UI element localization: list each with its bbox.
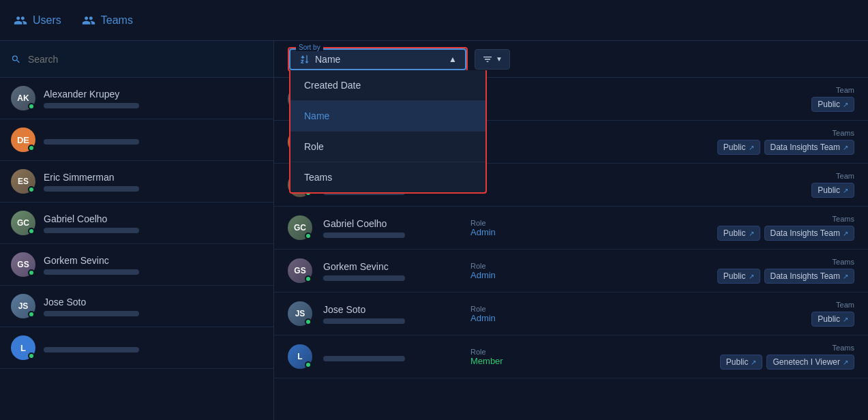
team-badge[interactable]: Public↗	[720, 355, 763, 370]
team-badge-name: Genetech I Viewer	[773, 357, 840, 367]
external-link-icon: ↗	[749, 230, 754, 237]
team-badge[interactable]: Data Insights Team↗	[764, 269, 855, 284]
online-indicator	[28, 145, 35, 151]
teams-label: Teams	[833, 344, 854, 352]
team-badge-name: Public	[723, 271, 746, 281]
teams-badges: Public↗	[811, 183, 854, 198]
avatar: L	[11, 335, 35, 360]
online-indicator	[28, 103, 35, 110]
teams-icon	[82, 14, 95, 27]
teams-section: TeamsPublic↗Data Insights Team↗	[563, 258, 854, 284]
user-info: Gabriel Coelho	[323, 218, 460, 238]
sort-by-label: Sort by	[296, 44, 323, 51]
team-badge-name: Data Insights Team	[770, 271, 841, 281]
sort-dropdown-menu: Created DateNameRoleTeams	[289, 70, 487, 194]
team-badge[interactable]: Public↗	[811, 183, 854, 198]
user-info: Jose Soto	[323, 304, 460, 324]
user-name: Gabriel Coelho	[44, 213, 263, 224]
teams-section: TeamsPublic↗Genetech I Viewer↗	[563, 344, 854, 370]
left-user-row[interactable]: JSJose Soto	[0, 286, 273, 327]
teams-label: Team	[836, 86, 854, 94]
search-input[interactable]	[28, 54, 263, 65]
external-link-icon: ↗	[843, 187, 848, 194]
user-detail-blurred	[44, 139, 139, 145]
teams-section: TeamPublic↗	[563, 172, 854, 198]
sort-option-role[interactable]: Role	[290, 132, 485, 162]
online-indicator	[305, 275, 312, 282]
right-user-row[interactable]: JSJose SotoRoleAdminTeamPublic↗	[274, 292, 868, 335]
sort-option-created_date[interactable]: Created Date	[290, 70, 485, 101]
team-badge[interactable]: Public↗	[717, 226, 760, 241]
avatar: GC	[288, 215, 312, 240]
filter-button[interactable]: ▼	[475, 49, 510, 70]
teams-section: TeamPublic↗	[563, 301, 854, 327]
right-user-row[interactable]: GCGabriel CoelhoRoleAdminTeamsPublic↗Dat…	[274, 207, 868, 250]
teams-section: TeamsPublic↗Data Insights Team↗	[563, 215, 854, 241]
team-badge[interactable]: Public↗	[811, 312, 854, 327]
right-user-row[interactable]: LRoleMemberTeamsPublic↗Genetech I Viewer…	[274, 335, 868, 378]
team-badge[interactable]: Data Insights Team↗	[764, 226, 855, 241]
team-badge[interactable]: Genetech I Viewer↗	[766, 355, 854, 370]
avatar: AK	[11, 86, 35, 110]
search-bar	[0, 41, 273, 78]
role-label: Role	[470, 219, 552, 227]
left-user-row[interactable]: GCGabriel Coelho	[0, 202, 273, 244]
team-badge-name: Public	[818, 314, 840, 324]
online-indicator	[28, 186, 35, 193]
user-name: Gorkem Sevinc	[323, 261, 460, 272]
online-indicator	[28, 311, 35, 318]
external-link-icon: ↗	[843, 316, 848, 323]
user-name: Jose Soto	[323, 304, 460, 315]
avatar: GS	[11, 252, 35, 277]
left-user-row[interactable]: AKAlexander Krupey	[0, 78, 273, 119]
teams-label: Teams	[833, 258, 854, 266]
user-info: Alexander Krupey	[44, 89, 263, 108]
nav-teams[interactable]: Teams	[82, 8, 133, 33]
user-info	[44, 136, 263, 145]
filter-icon	[482, 54, 493, 65]
user-info	[323, 352, 460, 361]
user-detail-blurred	[323, 232, 405, 238]
sort-option-name[interactable]: Name	[290, 101, 485, 132]
user-info: Gabriel Coelho	[44, 213, 263, 233]
team-badge[interactable]: Public↗	[811, 97, 854, 112]
right-user-row[interactable]: GSGorkem SevincRoleAdminTeamsPublic↗Data…	[274, 250, 868, 292]
user-name: Jose Soto	[44, 297, 263, 308]
user-name: Gorkem Sevinc	[44, 255, 263, 266]
role-section: RoleAdmin	[470, 305, 552, 323]
sort-button[interactable]: Sort by Name ▲	[289, 48, 466, 70]
sort-dropdown-wrapper: Sort by Name ▲ Created DateNameRoleTeams	[288, 47, 468, 72]
nav-users[interactable]: Users	[14, 8, 61, 33]
external-link-icon: ↗	[749, 273, 754, 280]
online-indicator	[305, 318, 312, 325]
left-user-row[interactable]: ESEric Simmerman	[0, 161, 273, 202]
team-badge[interactable]: Public↗	[717, 140, 760, 155]
teams-section: TeamPublic↗	[563, 86, 854, 112]
left-user-row[interactable]: L	[0, 327, 273, 369]
role-section: RoleAdmin	[470, 262, 552, 280]
user-detail-blurred	[44, 347, 139, 352]
left-user-row[interactable]: GSGorkem Sevinc	[0, 244, 273, 286]
sort-option-teams[interactable]: Teams	[290, 162, 485, 192]
user-detail-blurred	[323, 318, 405, 324]
role-section: RoleMember	[470, 348, 552, 366]
left-user-row[interactable]: DE	[0, 119, 273, 161]
external-link-icon: ↗	[749, 144, 754, 151]
team-badge[interactable]: Public↗	[717, 269, 760, 284]
team-badge-name: Public	[818, 100, 840, 109]
team-badge[interactable]: Data Insights Team↗	[764, 140, 855, 155]
teams-badges: Public↗Genetech I Viewer↗	[720, 355, 854, 370]
teams-badges: Public↗Data Insights Team↗	[717, 226, 854, 241]
teams-label: Teams	[833, 129, 854, 137]
online-indicator	[28, 228, 35, 235]
online-indicator	[305, 361, 312, 368]
teams-label: Teams	[833, 215, 854, 223]
left-user-list: AKAlexander KrupeyDEESEric SimmermanGCGa…	[0, 78, 273, 369]
external-link-icon: ↗	[843, 359, 848, 366]
role-value: Admin	[470, 313, 552, 323]
teams-badges: Public↗	[811, 312, 854, 327]
team-badge-name: Public	[726, 357, 749, 367]
team-badge-name: Public	[723, 142, 746, 152]
role-label: Role	[470, 262, 552, 270]
toolbar: Sort by Name ▲ Created DateNameRoleTeams…	[274, 41, 868, 78]
